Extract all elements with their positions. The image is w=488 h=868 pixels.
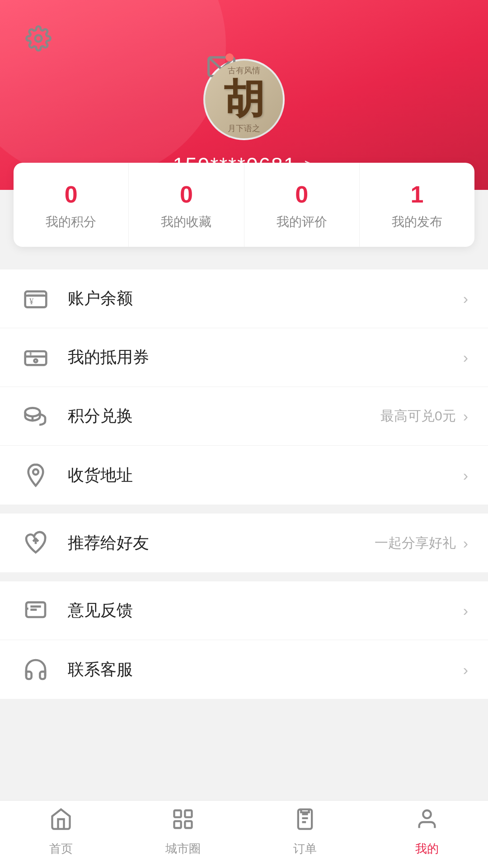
stats-card: 0 我的积分 0 我的收藏 0 我的评价 1 我的发布 xyxy=(14,163,474,247)
svg-point-6 xyxy=(34,359,38,362)
menu-item-recommend[interactable]: 推荐给好友 一起分享好礼 › xyxy=(0,514,488,572)
chevron-icon-4: › xyxy=(463,467,468,484)
menu-label-account-balance: 账户余额 xyxy=(68,288,463,310)
stat-favorites[interactable]: 0 我的收藏 xyxy=(128,163,244,247)
svg-point-16 xyxy=(423,811,431,818)
nav-label-orders: 订单 xyxy=(293,841,317,857)
svg-point-9 xyxy=(33,469,38,475)
svg-rect-14 xyxy=(185,821,192,828)
svg-rect-3 xyxy=(27,293,44,296)
avatar-char: 胡 xyxy=(224,72,264,127)
menu-section-1: ¥ 账户余额 › ¥ 我的抵用券 › 积分兑换 最 xyxy=(0,269,488,505)
stat-published-label: 我的发布 xyxy=(392,213,442,231)
svg-rect-11 xyxy=(174,811,181,817)
heart-gift-icon xyxy=(20,527,52,559)
menu-label-recommend: 推荐给好友 xyxy=(68,532,375,554)
stat-reviews-label: 我的评价 xyxy=(277,213,327,231)
chevron-icon-6: › xyxy=(463,602,468,619)
menu-item-address[interactable]: 收货地址 › xyxy=(0,446,488,505)
stat-points-label: 我的积分 xyxy=(46,213,96,231)
stat-published[interactable]: 1 我的发布 xyxy=(359,163,474,247)
menu-label-points-exchange: 积分兑换 xyxy=(68,405,380,427)
menu-item-customer-service[interactable]: 联系客服 › xyxy=(0,640,488,699)
svg-rect-13 xyxy=(174,821,181,828)
headset-icon xyxy=(20,654,52,685)
chevron-icon-2: › xyxy=(463,349,468,366)
bottom-nav: 首页 城市圈 订单 我的 xyxy=(0,800,488,868)
divider-3 xyxy=(0,572,488,581)
hero-section: 胡 古有风情 月下语之 159****0681 > xyxy=(0,0,488,190)
mine-icon xyxy=(415,807,439,836)
chevron-icon-5: › xyxy=(463,534,468,552)
settings-button[interactable] xyxy=(23,23,54,54)
menu-hint-points-exchange: 最高可兑0元 xyxy=(380,407,456,425)
menu-item-voucher[interactable]: ¥ 我的抵用券 › xyxy=(0,328,488,387)
menu-section-3: 意见反馈 › 联系客服 › xyxy=(0,581,488,699)
coupon-icon: ¥ xyxy=(20,342,52,373)
svg-rect-12 xyxy=(185,811,192,817)
nav-label-home: 首页 xyxy=(49,841,73,857)
menu-item-feedback[interactable]: 意见反馈 › xyxy=(0,581,488,640)
city-circle-icon xyxy=(171,807,195,836)
menu-label-feedback: 意见反馈 xyxy=(68,599,463,622)
menu-label-customer-service: 联系客服 xyxy=(68,659,463,681)
nav-item-city-circle[interactable]: 城市圈 xyxy=(122,807,244,861)
nav-item-orders[interactable]: 订单 xyxy=(244,807,366,861)
orders-icon xyxy=(293,807,317,836)
menu-label-address: 收货地址 xyxy=(68,464,463,486)
coins-icon xyxy=(20,401,52,432)
stat-favorites-label: 我的收藏 xyxy=(161,213,211,231)
nav-label-city-circle: 城市圈 xyxy=(165,841,201,857)
svg-point-8 xyxy=(25,408,40,416)
nav-item-mine[interactable]: 我的 xyxy=(366,807,488,861)
divider-2 xyxy=(0,505,488,514)
chevron-icon: › xyxy=(463,290,468,307)
chevron-icon-3: › xyxy=(463,407,468,425)
feedback-icon xyxy=(20,595,52,627)
nav-label-mine: 我的 xyxy=(415,841,439,857)
menu-item-points-exchange[interactable]: 积分兑换 最高可兑0元 › xyxy=(0,387,488,446)
stat-points-number: 0 xyxy=(65,183,78,206)
divider-1 xyxy=(0,260,488,269)
stat-published-number: 1 xyxy=(410,183,423,206)
stat-reviews-number: 0 xyxy=(295,183,308,206)
stat-favorites-number: 0 xyxy=(180,183,193,206)
stat-reviews[interactable]: 0 我的评价 xyxy=(244,163,359,247)
bottom-spacer xyxy=(0,699,488,789)
location-icon xyxy=(20,459,52,491)
wallet-icon: ¥ xyxy=(20,283,52,315)
stat-points[interactable]: 0 我的积分 xyxy=(14,163,128,247)
nav-item-home[interactable]: 首页 xyxy=(0,807,122,861)
svg-point-0 xyxy=(35,35,42,42)
svg-text:¥: ¥ xyxy=(29,349,33,357)
home-icon xyxy=(49,807,73,836)
menu-item-account-balance[interactable]: ¥ 账户余额 › xyxy=(0,269,488,328)
svg-text:¥: ¥ xyxy=(29,296,34,306)
menu-section-2: 推荐给好友 一起分享好礼 › xyxy=(0,514,488,572)
avatar[interactable]: 胡 古有风情 月下语之 xyxy=(203,59,285,140)
menu-hint-recommend: 一起分享好礼 xyxy=(375,534,456,552)
menu-label-voucher: 我的抵用券 xyxy=(68,346,463,368)
chevron-icon-7: › xyxy=(463,661,468,679)
